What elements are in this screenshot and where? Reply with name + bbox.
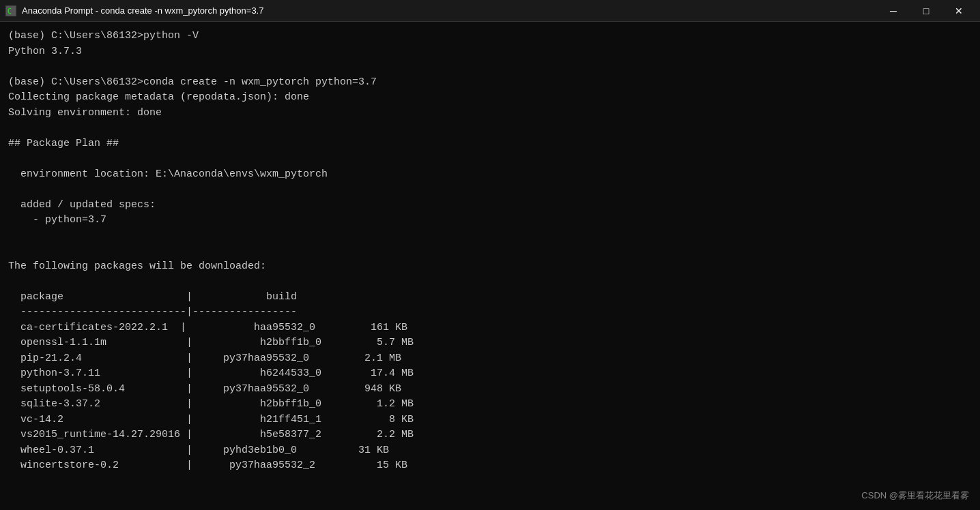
app-icon: C [5,5,16,16]
window-title: Anaconda Prompt - conda create -n wxm_py… [22,5,263,16]
svg-text:C: C [8,7,12,15]
close-button[interactable]: ✕ [943,0,975,22]
title-bar-left: C Anaconda Prompt - conda create -n wxm_… [5,5,263,16]
title-bar-controls[interactable]: ─ □ ✕ [878,0,975,22]
minimize-button[interactable]: ─ [878,0,909,22]
title-bar: C Anaconda Prompt - conda create -n wxm_… [0,0,980,22]
terminal-output: (base) C:\Users\86132>python -V Python 3… [8,29,972,474]
terminal-body: (base) C:\Users\86132>python -V Python 3… [0,22,980,510]
maximize-button[interactable]: □ [910,0,942,22]
watermark: CSDN @雾里看花花里看雾 [861,490,969,502]
